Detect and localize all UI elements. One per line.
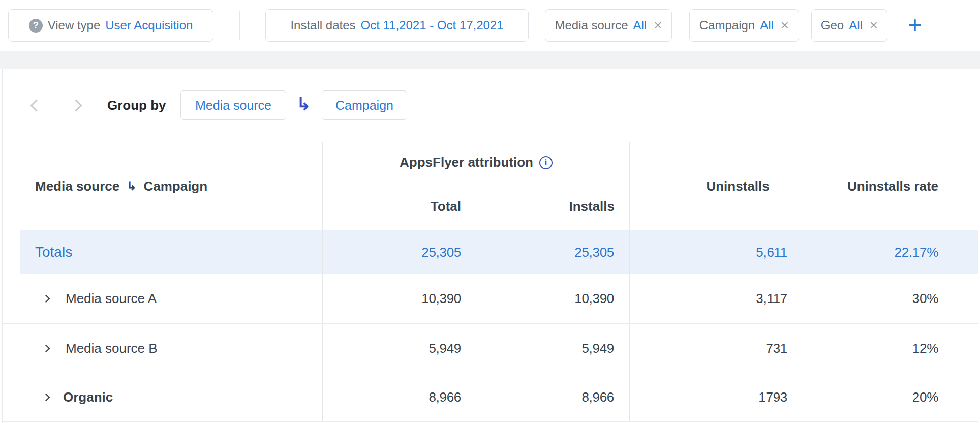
column-header-total[interactable]: Total bbox=[323, 183, 478, 230]
totals-uninstalls-value: 5,611 bbox=[630, 230, 846, 274]
geo-label: Geo bbox=[821, 18, 844, 33]
dimension-secondary-label: Campaign bbox=[143, 178, 207, 194]
help-icon[interactable]: ? bbox=[29, 19, 43, 33]
groupby-campaign-button[interactable]: Campaign bbox=[322, 90, 407, 120]
column-header-uninstalls-rate[interactable]: Uninstalls rate bbox=[846, 142, 978, 230]
chevron-right-icon[interactable] bbox=[70, 99, 82, 111]
dimension-primary-label: Media source bbox=[35, 178, 119, 194]
row-installs-value: 8,966 bbox=[478, 373, 630, 421]
view-type-filter[interactable]: ? View type User Acquisition bbox=[8, 9, 213, 42]
table-row[interactable]: Media source B 5,949 5,949 731 12% bbox=[3, 323, 978, 373]
row-label: Media source A bbox=[66, 291, 157, 307]
geo-filter[interactable]: Geo All × bbox=[811, 9, 887, 42]
expand-chevron-icon[interactable] bbox=[42, 295, 50, 303]
column-header-installs[interactable]: Installs bbox=[478, 183, 630, 230]
expand-chevron-icon[interactable] bbox=[42, 344, 50, 352]
groupby-label: Group by bbox=[107, 98, 166, 113]
chevron-left-icon[interactable] bbox=[30, 99, 42, 111]
row-uninstalls-rate-value: 12% bbox=[846, 324, 978, 373]
install-dates-filter[interactable]: Install dates Oct 11,2021 - Oct 17,2021 bbox=[265, 9, 529, 42]
totals-label: Totals bbox=[3, 230, 323, 274]
row-total-value: 8,966 bbox=[323, 373, 478, 421]
add-filter-button[interactable]: + bbox=[901, 7, 929, 43]
close-icon[interactable]: × bbox=[870, 18, 878, 33]
row-label: Organic bbox=[63, 389, 113, 405]
totals-installs-value: 25,305 bbox=[478, 230, 630, 274]
geo-value: All bbox=[849, 18, 863, 33]
row-total-value: 5,949 bbox=[323, 324, 478, 373]
row-uninstalls-value: 731 bbox=[630, 324, 846, 373]
close-icon[interactable]: × bbox=[781, 18, 789, 33]
install-dates-value: Oct 11,2021 - Oct 17,2021 bbox=[361, 18, 504, 33]
table-row[interactable]: Organic 8,966 8,966 1793 20% bbox=[3, 373, 978, 422]
row-total-value: 10,390 bbox=[323, 274, 478, 323]
campaign-label: Campaign bbox=[699, 18, 755, 33]
info-icon[interactable]: i bbox=[539, 156, 553, 169]
media-source-value: All bbox=[633, 18, 647, 33]
row-uninstalls-value: 3,117 bbox=[630, 274, 846, 323]
attribution-group-title: AppsFlyer attribution bbox=[400, 155, 533, 170]
expand-chevron-icon[interactable] bbox=[42, 394, 50, 402]
totals-uninstalls-rate-value: 22.17% bbox=[846, 230, 978, 274]
install-dates-label: Install dates bbox=[290, 18, 355, 33]
media-source-label: Media source bbox=[555, 18, 628, 33]
row-uninstalls-rate-value: 30% bbox=[846, 274, 978, 323]
row-uninstalls-value: 1793 bbox=[630, 373, 846, 421]
report-card: Group by Media source ↳ Campaign Media s… bbox=[2, 69, 978, 423]
row-installs-value: 5,949 bbox=[478, 324, 630, 373]
totals-row: Totals 25,305 25,305 5,611 22.17% bbox=[3, 230, 978, 274]
nested-arrow-icon: ↳ bbox=[127, 179, 136, 193]
row-uninstalls-rate-value: 20% bbox=[846, 373, 978, 421]
totals-total-value: 25,305 bbox=[323, 230, 478, 274]
campaign-filter[interactable]: Campaign All × bbox=[689, 9, 799, 42]
attribution-table: Media source ↳ Campaign AppsFlyer attrib… bbox=[3, 142, 978, 422]
attribution-group-header: AppsFlyer attribution i Total Installs bbox=[323, 142, 630, 230]
table-row[interactable]: Media source A 10,390 10,390 3,117 30% bbox=[3, 274, 978, 323]
media-source-filter[interactable]: Media source All × bbox=[545, 9, 672, 42]
view-type-label: View type bbox=[48, 18, 101, 33]
row-installs-value: 10,390 bbox=[478, 274, 630, 323]
nested-arrow-icon: ↳ bbox=[296, 94, 311, 114]
groupby-toolbar: Group by Media source ↳ Campaign bbox=[3, 69, 978, 142]
filter-divider bbox=[239, 11, 240, 40]
view-type-value: User Acquisition bbox=[105, 18, 193, 33]
filter-bar: ? View type User Acquisition Install dat… bbox=[0, 0, 980, 51]
page-background-strip bbox=[0, 51, 980, 69]
groupby-media-source-button[interactable]: Media source bbox=[180, 90, 286, 120]
column-header-uninstalls[interactable]: Uninstalls bbox=[630, 142, 846, 230]
dimension-column-header[interactable]: Media source ↳ Campaign bbox=[3, 142, 323, 230]
campaign-value: All bbox=[760, 18, 774, 33]
row-label: Media source B bbox=[66, 341, 158, 356]
close-icon[interactable]: × bbox=[654, 18, 662, 33]
table-header: Media source ↳ Campaign AppsFlyer attrib… bbox=[3, 142, 978, 230]
